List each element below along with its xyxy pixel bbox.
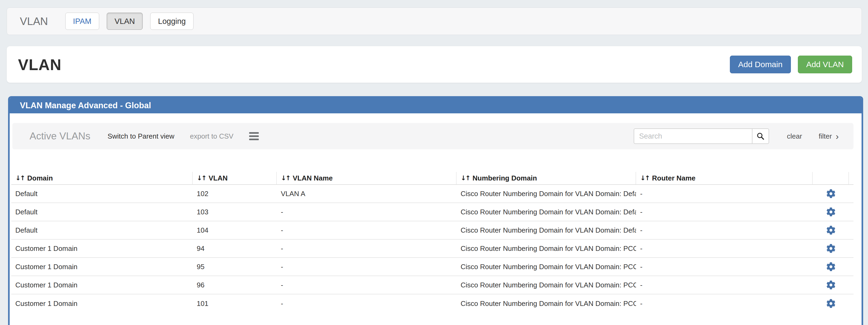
cell-domain: Customer 1 Domain [11,245,193,253]
cell-router-name: - [636,245,813,253]
table-row: Default102VLAN ACisco Router Numbering D… [11,185,854,203]
sort-icon: ↓↑ [640,174,649,182]
switch-parent-view-link[interactable]: Switch to Parent view [107,132,175,140]
tab-ipam[interactable]: IPAM [65,12,99,30]
cell-vlan-name: VLAN A [277,190,457,198]
sort-icon: ↓↑ [15,174,25,182]
vlan-manage-panel: VLAN Manage Advanced - Global Active VLA… [8,96,863,325]
sort-icon: ↓↑ [281,174,290,182]
cell-vlan: 104 [193,226,277,234]
search-input[interactable] [634,128,752,144]
table-body: Default102VLAN ACisco Router Numbering D… [11,185,854,313]
panel-header: VLAN Manage Advanced - Global [10,98,862,113]
cell-domain: Default [11,208,193,216]
cell-vlan: 102 [193,190,277,198]
vlan-table: ↓↑Domain↓↑VLAN↓↑VLAN Name↓↑Numbering Dom… [11,172,854,313]
gear-icon[interactable] [826,281,835,290]
filter-link[interactable]: filter › [819,132,839,141]
add-vlan-button[interactable]: Add VLAN [798,56,852,73]
column-header-label: Domain [27,174,53,183]
table-row: Default103-Cisco Router Numbering Domain… [11,203,854,221]
cell-actions [813,281,849,290]
gear-icon[interactable] [826,299,835,308]
cell-vlan-name: - [277,226,457,234]
hamburger-icon[interactable] [249,132,259,140]
table-toolbar: Active VLANs Switch to Parent view expor… [12,123,854,149]
gear-icon[interactable] [826,262,835,271]
tab-logging[interactable]: Logging [150,12,193,30]
active-vlans-title: Active VLANs [30,131,90,142]
cell-actions [813,207,849,217]
search-button[interactable] [752,128,769,144]
search-group [634,128,769,144]
chevron-right-icon: › [836,132,839,141]
cell-vlan: 101 [193,299,277,308]
cell-actions [813,226,849,235]
column-header-label: VLAN [209,174,228,183]
page-header-card: VLAN Add DomainAdd VLAN [7,46,862,83]
panel-title: VLAN Manage Advanced - Global [20,101,151,110]
cell-vlan-name: - [277,299,457,308]
cell-domain: Customer 1 Domain [11,299,193,308]
cell-router-name: - [636,208,813,216]
cell-vlan: 103 [193,208,277,216]
add-domain-button[interactable]: Add Domain [730,56,791,73]
sort-icon: ↓↑ [197,174,206,182]
cell-actions [813,299,849,308]
cell-vlan: 96 [193,281,277,289]
cell-numbering-domain: Cisco Router Numbering Domain for VLAN D… [457,190,636,198]
cell-numbering-domain: Cisco Router Numbering Domain for VLAN D… [457,245,636,253]
gear-icon[interactable] [826,207,835,217]
column-header-actions [813,172,849,184]
view-switcher-bar: VLAN IPAMVLANLogging [7,7,862,35]
column-header-router-name[interactable]: ↓↑Router Name [636,172,813,184]
cell-numbering-domain: Cisco Router Numbering Domain for VLAN D… [457,263,636,271]
column-header-vlan[interactable]: ↓↑VLAN [193,172,277,184]
cell-router-name: - [636,190,813,198]
column-header-domain[interactable]: ↓↑Domain [11,172,193,184]
cell-vlan: 94 [193,245,277,253]
view-tabs: IPAMVLANLogging [65,12,194,30]
cell-actions [813,244,849,253]
magnifier-icon [756,132,765,140]
cell-domain: Customer 1 Domain [11,263,193,271]
cell-router-name: - [636,263,813,271]
cell-numbering-domain: Cisco Router Numbering Domain for VLAN D… [457,281,636,289]
table-row: Customer 1 Domain96-Cisco Router Numberi… [11,276,854,294]
panel-body: Active VLANs Switch to Parent view expor… [10,113,862,313]
export-csv-link[interactable]: export to CSV [190,132,234,140]
column-header-vlan-name[interactable]: ↓↑VLAN Name [277,172,457,184]
cell-vlan-name: - [277,281,457,289]
toolbar-right: clear filter › [634,128,839,144]
cell-domain: Default [11,190,193,198]
view-switcher-title: VLAN [20,15,48,27]
cell-domain: Customer 1 Domain [11,281,193,289]
cell-numbering-domain: Cisco Router Numbering Domain for VLAN D… [457,208,636,216]
gear-icon[interactable] [826,226,835,235]
column-header-label: Numbering Domain [472,174,537,183]
page-title: VLAN [18,56,62,74]
cell-router-name: - [636,226,813,234]
cell-numbering-domain: Cisco Router Numbering Domain for VLAN D… [457,226,636,234]
cell-router-name: - [636,281,813,289]
table-row: Default104-Cisco Router Numbering Domain… [11,221,854,239]
cell-actions [813,189,849,198]
table-row: Customer 1 Domain101-Cisco Router Number… [11,294,854,313]
cell-numbering-domain: Cisco Router Numbering Domain for VLAN D… [457,299,636,308]
filter-link-label: filter [819,132,832,140]
cell-actions [813,262,849,271]
table-row: Customer 1 Domain94-Cisco Router Numberi… [11,239,854,258]
clear-link[interactable]: clear [787,132,802,140]
table-row: Customer 1 Domain95-Cisco Router Numberi… [11,258,854,276]
cell-vlan-name: - [277,263,457,271]
sort-icon: ↓↑ [461,174,470,182]
gear-icon[interactable] [826,189,835,198]
cell-domain: Default [11,226,193,234]
table-header-row: ↓↑Domain↓↑VLAN↓↑VLAN Name↓↑Numbering Dom… [11,172,854,185]
cell-vlan-name: - [277,245,457,253]
column-header-numbering-domain[interactable]: ↓↑Numbering Domain [457,172,636,184]
tab-vlan[interactable]: VLAN [107,12,143,30]
cell-vlan: 95 [193,263,277,271]
cell-vlan-name: - [277,208,457,216]
gear-icon[interactable] [826,244,835,253]
